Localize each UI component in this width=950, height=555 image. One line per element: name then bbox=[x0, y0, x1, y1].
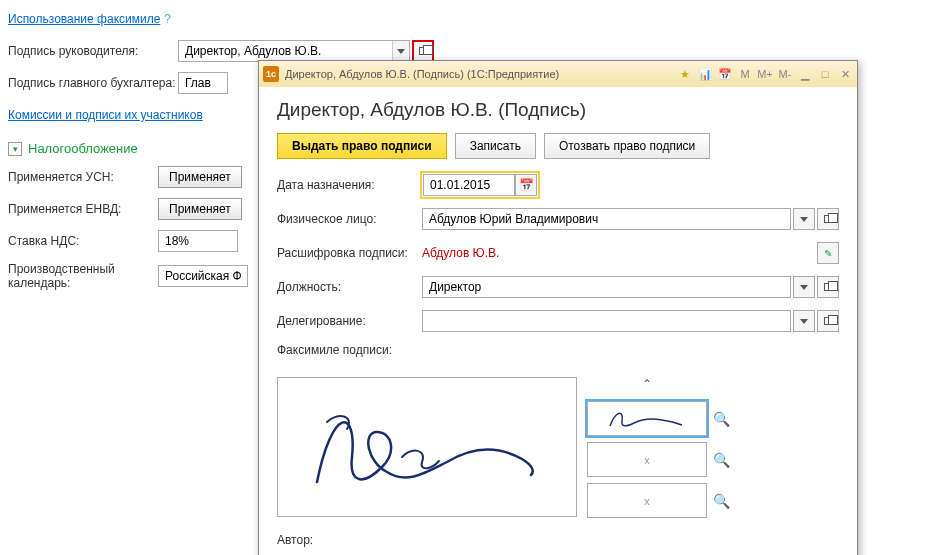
sig-zoom-3[interactable]: 🔍 bbox=[713, 493, 730, 509]
save-button[interactable]: Записать bbox=[455, 133, 536, 159]
vat-field[interactable] bbox=[159, 231, 237, 251]
person-label: Физическое лицо: bbox=[277, 212, 422, 226]
author-label: Автор: bbox=[277, 533, 337, 547]
position-input[interactable] bbox=[422, 276, 791, 298]
delegation-input[interactable] bbox=[422, 310, 791, 332]
sign-accountant-field[interactable] bbox=[179, 73, 227, 93]
position-dropdown[interactable] bbox=[793, 276, 815, 298]
date-calendar-button[interactable]: 📅 bbox=[515, 174, 537, 196]
position-label: Должность: bbox=[277, 280, 422, 294]
section-toggle-icon[interactable]: ▾ bbox=[8, 142, 22, 156]
envd-button[interactable]: Применяет bbox=[158, 198, 242, 220]
signature-thumb-image bbox=[602, 406, 692, 431]
maximize-icon[interactable]: □ bbox=[817, 66, 833, 82]
minimize-icon[interactable]: ▁ bbox=[797, 66, 813, 82]
signature-dialog: 1c Директор, Абдулов Ю.В. (Подпись) (1С:… bbox=[258, 60, 858, 555]
dialog-title-text: Директор, Абдулов Ю.В. (Подпись) (1С:Пре… bbox=[285, 68, 559, 80]
sig-thumb-3[interactable]: x bbox=[587, 483, 707, 518]
envd-label: Применяется ЕНВД: bbox=[8, 202, 158, 216]
vat-input[interactable] bbox=[158, 230, 238, 252]
open-dialog-icon bbox=[824, 215, 832, 223]
date-label: Дата назначения: bbox=[277, 178, 422, 192]
person-open-button[interactable] bbox=[817, 208, 839, 230]
sig-zoom-1[interactable]: 🔍 bbox=[713, 411, 730, 427]
sig-thumb-2-x: x bbox=[644, 454, 650, 466]
calendar-icon[interactable]: 📅 bbox=[717, 66, 733, 82]
commissions-link[interactable]: Комиссии и подписи их участников bbox=[8, 108, 203, 122]
position-field[interactable] bbox=[423, 280, 790, 294]
sig-thumb-2[interactable]: x bbox=[587, 442, 707, 477]
date-input[interactable] bbox=[423, 174, 515, 196]
position-open-button[interactable] bbox=[817, 276, 839, 298]
dialog-heading: Директор, Абдулов Ю.В. (Подпись) bbox=[277, 99, 839, 121]
open-dialog-icon bbox=[824, 283, 832, 291]
sig-scroll-up[interactable]: ⌃ bbox=[587, 377, 707, 391]
delegation-label: Делегирование: bbox=[277, 314, 422, 328]
sig-thumb-3-x: x bbox=[644, 495, 650, 507]
person-input[interactable] bbox=[422, 208, 791, 230]
tax-section-label: Налогообложение bbox=[28, 141, 138, 156]
sign-accountant-input[interactable] bbox=[178, 72, 228, 94]
facsimile-link[interactable]: Использование факсимиле bbox=[8, 12, 160, 26]
app-1c-icon: 1c bbox=[263, 66, 279, 82]
sign-manager-dropdown[interactable] bbox=[392, 41, 409, 61]
date-field-highlight: 📅 bbox=[422, 173, 538, 197]
favorite-icon[interactable]: ★ bbox=[677, 66, 693, 82]
sign-accountant-label: Подпись главного бухгалтера: bbox=[8, 76, 178, 90]
sign-manager-input[interactable] bbox=[178, 40, 410, 62]
mem-mminus-icon[interactable]: M- bbox=[777, 66, 793, 82]
calendar-input[interactable] bbox=[158, 265, 248, 287]
sign-manager-label: Подпись руководителя: bbox=[8, 44, 178, 58]
delegation-dropdown[interactable] bbox=[793, 310, 815, 332]
facsimile-link-row: Использование факсимиле ? bbox=[8, 8, 942, 30]
person-field[interactable] bbox=[423, 212, 790, 226]
person-dropdown[interactable] bbox=[793, 208, 815, 230]
delegation-field[interactable] bbox=[423, 314, 790, 328]
vat-label: Ставка НДС: bbox=[8, 234, 158, 248]
help-icon[interactable]: ? bbox=[164, 12, 171, 26]
calendar-label: Производственный календарь: bbox=[8, 262, 158, 290]
signature-preview bbox=[277, 377, 577, 517]
sig-zoom-2[interactable]: 🔍 bbox=[713, 452, 730, 468]
decode-label: Расшифровка подписи: bbox=[277, 246, 422, 260]
usn-button[interactable]: Применяет bbox=[158, 166, 242, 188]
pencil-icon: ✎ bbox=[824, 248, 832, 259]
decode-value: Абдулов Ю.В. bbox=[422, 246, 815, 260]
facsimile-label: Факсимиле подписи: bbox=[277, 343, 422, 357]
decode-edit-button[interactable]: ✎ bbox=[817, 242, 839, 264]
mem-m-icon[interactable]: M bbox=[737, 66, 753, 82]
revoke-right-button[interactable]: Отозвать право подписи bbox=[544, 133, 710, 159]
issue-right-button[interactable]: Выдать право подписи bbox=[277, 133, 447, 159]
close-icon[interactable]: ✕ bbox=[837, 66, 853, 82]
open-dialog-icon bbox=[824, 317, 832, 325]
sign-manager-open-button[interactable] bbox=[412, 40, 434, 62]
signature-image bbox=[287, 387, 567, 507]
dialog-titlebar[interactable]: 1c Директор, Абдулов Ю.В. (Подпись) (1С:… bbox=[259, 61, 857, 87]
mem-mplus-icon[interactable]: M+ bbox=[757, 66, 773, 82]
delegation-open-button[interactable] bbox=[817, 310, 839, 332]
calendar-field[interactable] bbox=[159, 266, 247, 286]
open-dialog-icon bbox=[419, 47, 427, 55]
usn-label: Применяется УСН: bbox=[8, 170, 158, 184]
calc-icon[interactable]: 📊 bbox=[697, 66, 713, 82]
date-field[interactable] bbox=[424, 178, 514, 192]
sig-thumb-1[interactable] bbox=[587, 401, 707, 436]
sign-manager-field[interactable] bbox=[179, 41, 392, 61]
